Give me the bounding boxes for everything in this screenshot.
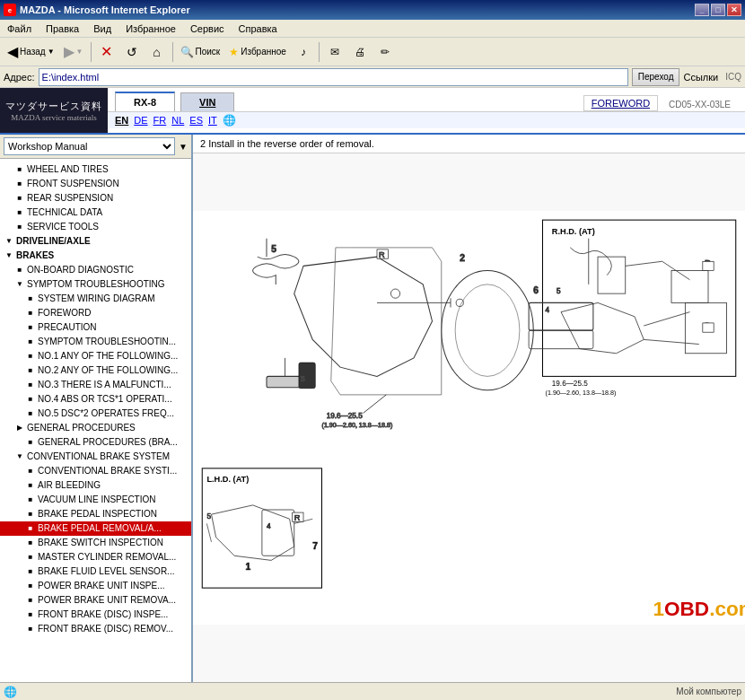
tree-item-no1[interactable]: ■ NO.1 ANY OF THE FOLLOWING...	[0, 349, 191, 363]
square-icon: ■	[25, 322, 36, 333]
tree-item-symptom-ts[interactable]: ▼ SYMPTOM TROUBLESHOOTING	[0, 277, 191, 292]
language-icon[interactable]: 🌐	[223, 114, 236, 127]
go-button[interactable]: Переход	[632, 68, 680, 86]
menu-favorites[interactable]: Избранное	[122, 22, 180, 36]
tree-container[interactable]: ■ WHEEL AND TIRES ■ FRONT SUSPENSION ■ R…	[0, 159, 191, 682]
media-icon: ♪	[301, 46, 306, 58]
lang-es[interactable]: ES	[189, 115, 203, 126]
menu-help[interactable]: Справка	[235, 22, 281, 36]
square-icon: ■	[25, 337, 36, 347]
tree-item-driveline[interactable]: ▼ DRIVELINE/AXLE	[0, 234, 191, 249]
folder-icon: ▼	[4, 250, 14, 261]
tree-item-brake-switch[interactable]: ■ BRAKE SWITCH INSPECTION	[0, 536, 191, 550]
tree-label-on-board: ON-BOARD DIAGNOSTIC	[27, 264, 134, 276]
square-icon: ■	[14, 179, 25, 189]
maximize-button[interactable]: □	[711, 4, 725, 16]
tree-item-no2[interactable]: ■ NO.2 ANY OF THE FOLLOWING...	[0, 363, 191, 378]
lang-fr[interactable]: FR	[153, 115, 167, 126]
media-button[interactable]: ♪	[292, 40, 315, 64]
back-button[interactable]: ◀ Назад ▼	[4, 40, 58, 64]
tree-item-service-tools[interactable]: ■ SERVICE TOOLS	[0, 220, 191, 234]
tree-label-brake-pedal: BRAKE PEDAL INSPECTION	[38, 508, 157, 521]
tree-item-precaution[interactable]: ■ PRECAUTION	[0, 320, 191, 335]
menu-file[interactable]: Файл	[4, 22, 35, 36]
tree-item-gen-proc[interactable]: ▶ GENERAL PROCEDURES	[0, 421, 191, 435]
tree-item-wheel[interactable]: ■ WHEEL AND TIRES	[0, 162, 191, 177]
stop-button[interactable]: ✕	[95, 40, 118, 64]
menu-bar: Файл Правка Вид Избранное Сервис Справка	[0, 20, 745, 38]
edit-button[interactable]: ✏	[373, 40, 397, 64]
back-dropdown-icon[interactable]: ▼	[48, 48, 55, 56]
tree-item-brakes[interactable]: ▼ BRAKES	[0, 249, 191, 263]
forward-button[interactable]: ▶ ▼	[60, 40, 87, 64]
tree-item-on-board[interactable]: ■ ON-BOARD DIAGNOSTIC	[0, 263, 191, 277]
close-button[interactable]: ✕	[727, 4, 741, 16]
tree-item-no3[interactable]: ■ NO.3 THERE IS A MALFUNCTI...	[0, 378, 191, 392]
tab-vin[interactable]: VIN	[180, 92, 234, 111]
svg-text:3: 3	[301, 375, 305, 383]
tree-item-symptom-ts2[interactable]: ■ SYMPTOM TROUBLESHOOTIN...	[0, 335, 191, 349]
tree-item-vac-line[interactable]: ■ VACUUM LINE INSPECTION	[0, 493, 191, 507]
menu-edit[interactable]: Правка	[42, 22, 83, 36]
search-button[interactable]: 🔍 Поиск	[177, 40, 224, 64]
tree-item-front-susp[interactable]: ■ FRONT SUSPENSION	[0, 177, 191, 191]
square-icon: ■	[25, 552, 36, 563]
menu-view[interactable]: Вид	[90, 22, 115, 36]
menu-tools[interactable]: Сервис	[187, 22, 228, 36]
foreword-link[interactable]: FOREWORD	[583, 95, 658, 111]
tree-item-system-wiring[interactable]: ■ SYSTEM WIRING DIAGRAM	[0, 292, 191, 306]
print-button[interactable]: 🖨	[348, 40, 372, 64]
lang-de[interactable]: DE	[134, 115, 147, 126]
favorites-button[interactable]: ★ Избранное	[225, 40, 290, 64]
tree-item-conv-brake[interactable]: ▼ CONVENTIONAL BRAKE SYSTEM	[0, 450, 191, 464]
square-icon: ■	[25, 308, 36, 319]
svg-rect-14	[703, 323, 714, 332]
icq-label: ICQ	[725, 72, 741, 82]
tab-rx8[interactable]: RX-8	[115, 92, 175, 111]
square-icon: ■	[25, 365, 36, 376]
tree-item-no5[interactable]: ■ NO.5 DSC*2 OPERATES FREQ...	[0, 407, 191, 421]
favorites-label: Избранное	[241, 47, 286, 57]
address-input[interactable]	[39, 68, 628, 86]
manual-type-select[interactable]: Workshop Manual	[4, 137, 175, 155]
mail-icon: ✉	[330, 46, 339, 58]
tree-label-gen-proc-bra: GENERAL PROCEDURES (BRA...	[38, 436, 178, 449]
app-header: マツダサービス資料 MAZDA service materials RX-8 V…	[0, 88, 745, 135]
tree-label-power-brake-rem: POWER BRAKE UNIT REMOVA...	[38, 594, 176, 607]
tree-item-front-brake-insp[interactable]: ■ FRONT BRAKE (DISC) INSPE...	[0, 608, 191, 622]
tree-item-power-brake-rem[interactable]: ■ POWER BRAKE UNIT REMOVA...	[0, 593, 191, 608]
lang-it[interactable]: IT	[208, 115, 217, 126]
tree-item-master-cyl[interactable]: ■ MASTER CYLINDER REMOVAL...	[0, 550, 191, 564]
lang-en[interactable]: EN	[115, 115, 128, 126]
square-icon: ■	[25, 581, 36, 591]
tree-item-front-brake-rem[interactable]: ■ FRONT BRAKE (DISC) REMOV...	[0, 622, 191, 636]
refresh-button[interactable]: ↺	[120, 40, 144, 64]
tree-item-rear-susp[interactable]: ■ REAR SUSPENSION	[0, 191, 191, 206]
tree-item-foreword[interactable]: ■ FOREWORD	[0, 306, 191, 320]
tree-label-no1: NO.1 ANY OF THE FOLLOWING...	[38, 350, 178, 363]
window-controls[interactable]: _ □ ✕	[695, 4, 741, 16]
tree-item-brake-pedal[interactable]: ■ BRAKE PEDAL INSPECTION	[0, 507, 191, 521]
tree-item-conv-brake-sys[interactable]: ■ CONVENTIONAL BRAKE SYSTI...	[0, 464, 191, 478]
tree-item-air-bleed[interactable]: ■ AIR BLEEDING	[0, 478, 191, 493]
main-content: Workshop Manual ▼ ■ WHEEL AND TIRES ■ FR…	[0, 135, 745, 682]
tree-item-gen-proc-bra[interactable]: ■ GENERAL PROCEDURES (BRA...	[0, 435, 191, 450]
mail-button[interactable]: ✉	[323, 40, 346, 64]
forward-dropdown-icon[interactable]: ▼	[76, 48, 83, 56]
tree-item-no4[interactable]: ■ NO.4 ABS OR TCS*1 OPERATI...	[0, 392, 191, 407]
svg-text:4: 4	[267, 522, 271, 530]
minimize-button[interactable]: _	[695, 4, 709, 16]
home-button[interactable]: ⌂	[145, 40, 169, 64]
content-header: 2 Install in the reverse order of remova…	[193, 135, 745, 153]
square-icon: ■	[14, 164, 25, 175]
tree-item-brake-pedal-rem[interactable]: ■ BRAKE PEDAL REMOVAL/A...	[0, 521, 191, 536]
lang-nl[interactable]: NL	[171, 115, 184, 126]
app-logo: マツダサービス資料 MAZDA service materials	[0, 88, 108, 133]
tree-item-power-brake-insp[interactable]: ■ POWER BRAKE UNIT INSPE...	[0, 579, 191, 593]
home-icon: ⌂	[153, 45, 160, 59]
tree-item-fluid-level[interactable]: ■ BRAKE FLUID LEVEL SENSOR...	[0, 564, 191, 579]
forward-icon: ▶	[64, 43, 74, 60]
square-icon: ■	[14, 222, 25, 232]
tree-item-tech-data[interactable]: ■ TECHNICAL DATA	[0, 206, 191, 220]
back-label: Назад	[20, 47, 46, 57]
